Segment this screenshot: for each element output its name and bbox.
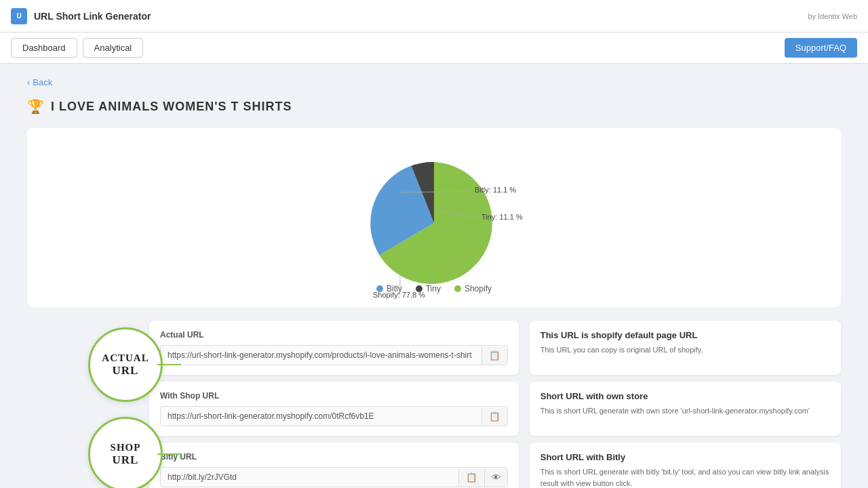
url-input-field-0[interactable] xyxy=(161,346,481,365)
page-icon: 🏆 xyxy=(27,98,44,115)
input-label-2: Bitly URL xyxy=(160,452,508,462)
url-input-card-2: Bitly URL📋👁 xyxy=(149,443,519,488)
header-by: by Identix Web xyxy=(808,12,857,20)
input-group-2: 📋👁 xyxy=(160,467,508,487)
info-text-1: This is short URL generate with own stor… xyxy=(540,405,830,417)
copy-button-2[interactable]: 📋 xyxy=(458,468,484,487)
url-row-2: Bitly URL📋👁Short URL with BitlyThis is s… xyxy=(149,443,841,488)
circles-column: ActualURLShopURLBitlyURLTinyURL xyxy=(27,321,163,488)
url-input-field-1[interactable] xyxy=(161,407,481,426)
nav-bar: Dashboard Analytical Support/FAQ xyxy=(0,33,868,64)
input-group-0: 📋 xyxy=(160,345,508,365)
info-title-1: Short URL with own store xyxy=(540,391,830,401)
circle-line1-0: Actual xyxy=(102,352,149,364)
copy-button-0[interactable]: 📋 xyxy=(481,346,507,365)
eye-button-2[interactable]: 👁 xyxy=(484,468,507,487)
info-text-2: This is short URL generate with bitly 'b… xyxy=(540,466,830,488)
url-row-0: Actual URL📋This URL is shopify default p… xyxy=(149,321,841,375)
chart-section: Bitly: 11.1 % Tiny: 11.1 % Shopify: 77.8… xyxy=(27,128,841,307)
copy-button-1[interactable]: 📋 xyxy=(481,407,507,426)
bitly-label: Bitly: 11.1 % xyxy=(475,186,516,194)
main-content: ‹ Back 🏆 I LOVE ANIMALS WOMEN'S T SHIRTS xyxy=(0,64,868,488)
circle-line1-1: Shop xyxy=(111,442,141,453)
tiny-label: Tiny: 11.1 % xyxy=(481,213,523,221)
url-input-card-1: With Shop URL📋 xyxy=(149,382,519,436)
url-input-field-2[interactable] xyxy=(161,468,458,487)
info-text-0: This URL you can copy is original URL of… xyxy=(540,344,830,356)
app-logo: U xyxy=(11,8,27,24)
url-cards-column: Actual URL📋This URL is shopify default p… xyxy=(149,321,841,488)
url-input-card-0: Actual URL📋 xyxy=(149,321,519,375)
url-row-1: With Shop URL📋Short URL with own storeTh… xyxy=(149,382,841,436)
input-group-1: 📋 xyxy=(160,406,508,426)
main-layout: ActualURLShopURLBitlyURLTinyURL Actual U… xyxy=(27,321,841,488)
dashboard-button[interactable]: Dashboard xyxy=(11,38,77,58)
shopify-label: Shopify: 77.8 % xyxy=(373,291,425,299)
info-title-0: This URL is shopify default page URL xyxy=(540,330,830,340)
circle-line2-1: URL xyxy=(113,453,139,467)
input-label-0: Actual URL xyxy=(160,330,508,340)
back-label: Back xyxy=(33,77,52,87)
support-button[interactable]: Support/FAQ xyxy=(785,38,857,58)
page-title: I LOVE ANIMALS WOMEN'S T SHIRTS xyxy=(51,100,292,114)
circle-line2-0: URL xyxy=(113,364,139,378)
app-header: U URL Short Link Generator by Identix We… xyxy=(0,0,868,33)
info-title-2: Short URL with Bitly xyxy=(540,452,830,462)
circle-badge-1: ShopURL xyxy=(88,417,163,488)
pie-chart: Bitly: 11.1 % Tiny: 11.1 % Shopify: 77.8… xyxy=(332,142,536,277)
url-info-card-0: This URL is shopify default page URLThis… xyxy=(530,321,841,375)
back-arrow-icon: ‹ xyxy=(27,77,30,87)
input-label-1: With Shop URL xyxy=(160,391,508,401)
app-title: URL Short Link Generator xyxy=(34,11,151,22)
url-info-card-1: Short URL with own storeThis is short UR… xyxy=(530,382,841,436)
url-info-card-2: Short URL with BitlyThis is short URL ge… xyxy=(530,443,841,488)
header-left: U URL Short Link Generator xyxy=(11,8,151,24)
back-link[interactable]: ‹ Back xyxy=(27,77,841,87)
analytical-button[interactable]: Analytical xyxy=(83,38,144,58)
page-header: 🏆 I LOVE ANIMALS WOMEN'S T SHIRTS xyxy=(27,98,841,115)
nav-buttons: Dashboard Analytical xyxy=(11,38,143,58)
circle-badge-0: ActualURL xyxy=(88,327,163,402)
